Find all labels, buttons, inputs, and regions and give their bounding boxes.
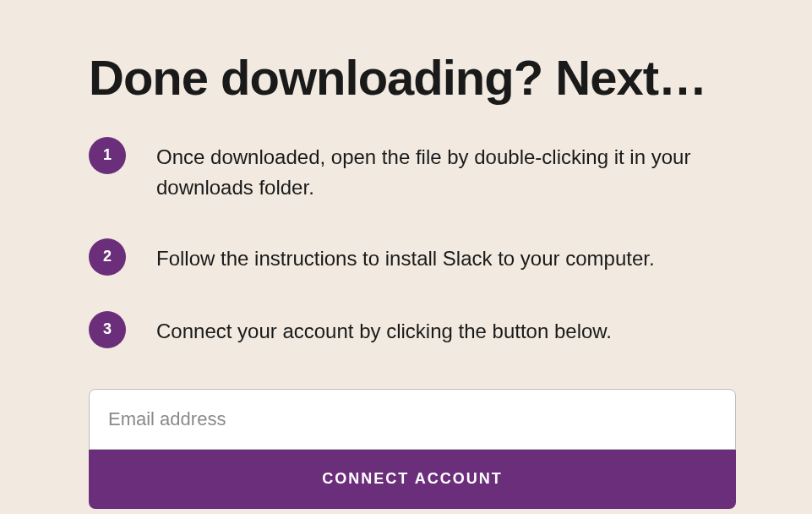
step-text: Once downloaded, open the file by double… bbox=[156, 137, 736, 203]
email-field[interactable] bbox=[89, 389, 736, 450]
steps-list: 1 Once downloaded, open the file by doub… bbox=[89, 137, 736, 348]
step-text: Connect your account by clicking the but… bbox=[156, 311, 612, 347]
step-item: 3 Connect your account by clicking the b… bbox=[89, 311, 736, 348]
page-title: Done downloading? Next… bbox=[89, 51, 736, 105]
step-item: 1 Once downloaded, open the file by doub… bbox=[89, 137, 736, 203]
step-number-badge: 2 bbox=[89, 238, 126, 276]
step-number-badge: 1 bbox=[89, 137, 126, 174]
connect-account-button[interactable]: CONNECT ACCOUNT bbox=[89, 450, 736, 509]
step-text: Follow the instructions to install Slack… bbox=[156, 238, 655, 274]
main-container: Done downloading? Next… 1 Once downloade… bbox=[0, 0, 812, 514]
connect-form: CONNECT ACCOUNT bbox=[89, 389, 736, 509]
step-item: 2 Follow the instructions to install Sla… bbox=[89, 238, 736, 276]
step-number-badge: 3 bbox=[89, 311, 126, 348]
